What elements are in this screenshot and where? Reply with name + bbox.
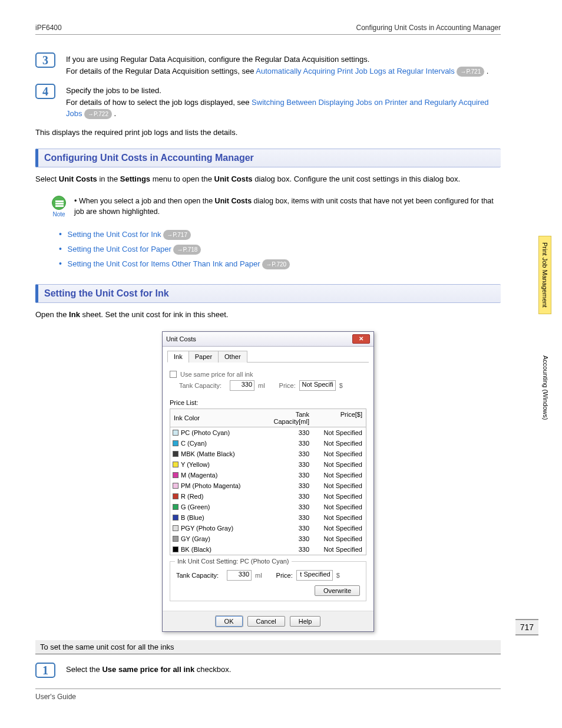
link-other[interactable]: Setting the Unit Cost for Items Other Th…: [68, 259, 260, 268]
input-price-bottom[interactable]: t Specified: [296, 570, 333, 581]
price-list-row[interactable]: Y (Yellow)330Not Specified: [170, 459, 366, 470]
footer-left: User's Guide: [35, 693, 76, 701]
checkbox-same-price[interactable]: [170, 371, 177, 378]
tab-paper[interactable]: Paper: [189, 351, 219, 363]
ink-capacity: 330: [260, 513, 313, 522]
page-ref-721[interactable]: →P.721: [457, 67, 484, 77]
t: Open the: [35, 310, 69, 319]
sidetab-accounting-windows[interactable]: Accounting (Windows): [538, 350, 551, 426]
price-list-row[interactable]: G (Green)330Not Specified: [170, 502, 366, 512]
col-tank-capacity[interactable]: Tank Capacity[ml]: [260, 409, 313, 427]
note-block: Note • When you select a job and then op…: [47, 196, 501, 218]
label-price: Price:: [279, 382, 296, 389]
ink-swatch-icon: [173, 472, 178, 478]
price-list-row[interactable]: M (Magenta)330Not Specified: [170, 470, 366, 480]
header-left: iPF6400: [35, 24, 62, 32]
page-ref-717[interactable]: →P.717: [163, 230, 191, 240]
price-list-row[interactable]: PC (Photo Cyan)330Not Specified: [170, 427, 366, 438]
ink-price: Not Specified: [313, 449, 366, 459]
currency-top: $: [339, 382, 343, 389]
ink-capacity: 330: [260, 534, 313, 543]
step-4: 4 Specify the jobs to be listed. For det…: [35, 84, 501, 120]
t: When you select a job and then open the: [79, 197, 215, 205]
step-number-4: 4: [35, 84, 55, 99]
ink-swatch-icon: [173, 515, 178, 521]
bullet-paper: • Setting the Unit Cost for Paper →P.718: [59, 243, 501, 255]
t: Ink: [69, 310, 80, 319]
section-configuring-unit-costs: Configuring Unit Costs in Accounting Man…: [35, 149, 501, 167]
ink-name: Y (Yellow): [181, 461, 210, 468]
step3-line2a: For details of the Regular Data Acquisit…: [66, 67, 256, 75]
ink-swatch-icon: [173, 546, 178, 552]
price-list-row[interactable]: BK (Black)330Not Specified: [170, 544, 366, 555]
price-list-row[interactable]: C (Cyan)330Not Specified: [170, 438, 366, 449]
ink-name: GY (Gray): [181, 535, 210, 542]
link-ink[interactable]: Setting the Unit Cost for Ink: [68, 230, 161, 239]
bullet-dot: •: [74, 197, 77, 205]
price-list-row[interactable]: PGY (Photo Gray)330Not Specified: [170, 523, 366, 533]
ink-name: C (Cyan): [181, 440, 207, 447]
ink-price: Not Specified: [313, 460, 366, 469]
ink-unit-cost-setting-group: Ink Unit Cost Setting: PC (Photo Cyan) T…: [170, 561, 366, 601]
ink-price: Not Specified: [313, 481, 366, 490]
dialog-title: Unit Costs: [166, 335, 196, 342]
col-price[interactable]: Price[$]: [313, 409, 366, 427]
ink-capacity: 330: [260, 449, 313, 459]
ink-capacity: 330: [260, 523, 313, 533]
ink-capacity: 330: [260, 502, 313, 512]
ink-swatch-icon: [173, 451, 178, 457]
col-ink-color[interactable]: Ink Color: [170, 409, 260, 427]
subhead-same-unit-cost: To set the same unit cost for all the in…: [35, 640, 501, 654]
after-step4-text: This displays the required print job log…: [35, 127, 501, 139]
step4-tail: .: [114, 109, 117, 118]
price-list-row[interactable]: PM (Photo Magenta)330Not Specified: [170, 480, 366, 491]
price-list-row[interactable]: R (Red)330Not Specified: [170, 491, 366, 502]
price-list[interactable]: PC (Photo Cyan)330Not SpecifiedC (Cyan)3…: [170, 427, 366, 555]
ink-name: M (Magenta): [181, 472, 217, 479]
t: menu to open the: [153, 174, 214, 183]
tab-other[interactable]: Other: [218, 351, 247, 363]
unit-costs-dialog: Unit Costs ✕ Ink Paper Other Use same pr…: [162, 331, 374, 632]
price-list-row[interactable]: B (Blue)330Not Specified: [170, 512, 366, 523]
ok-button[interactable]: OK: [216, 616, 243, 627]
step  step-1: 1 Select the Use same price for all ink …: [35, 663, 501, 678]
ink-price: Not Specified: [313, 534, 366, 543]
t: Select the: [66, 665, 102, 674]
cancel-button[interactable]: Cancel: [247, 616, 285, 627]
group-title: Ink Unit Cost Setting: PC (Photo Cyan): [175, 558, 292, 565]
unit-ml: ml: [258, 382, 265, 389]
link-paper[interactable]: Setting the Unit Cost for Paper: [68, 245, 171, 253]
section1-intro: Select Unit Costs in the Settings menu t…: [35, 173, 501, 185]
t: dialog box. Configure the unit cost sett…: [254, 174, 460, 183]
input-tank-capacity-top[interactable]: 330: [230, 380, 254, 391]
t: in the: [99, 174, 120, 183]
overwrite-button[interactable]: Overwrite: [315, 585, 360, 596]
ink-capacity: 330: [260, 481, 313, 490]
page-header: iPF6400 Configuring Unit Costs in Accoun…: [35, 24, 501, 35]
ink-swatch-icon: [173, 536, 178, 542]
help-button[interactable]: Help: [290, 616, 321, 627]
close-icon[interactable]: ✕: [352, 334, 370, 344]
step-3: 3 If you are using Regular Data Acquisit…: [35, 52, 501, 77]
step3-link[interactable]: Automatically Acquiring Print Job Logs a…: [256, 67, 454, 75]
section2-intro: Open the Ink sheet. Set the unit cost fo…: [35, 309, 501, 321]
t: checkbox.: [197, 665, 232, 674]
ink-capacity: 330: [260, 439, 313, 448]
bullet-dot: •: [59, 259, 62, 268]
input-tank-capacity-bottom[interactable]: 330: [227, 570, 252, 581]
price-list-row[interactable]: MBK (Matte Black)330Not Specified: [170, 449, 366, 459]
ink-capacity: 330: [260, 545, 313, 554]
note-label: Note: [47, 211, 71, 218]
page-ref-720[interactable]: →P.720: [262, 259, 290, 269]
price-list-row[interactable]: GY (Gray)330Not Specified: [170, 533, 366, 544]
t: Unit Costs: [214, 174, 253, 183]
ink-swatch-icon: [173, 483, 178, 489]
sidetab-print-job-management[interactable]: Print Job Management: [538, 236, 551, 314]
bullet-dot: •: [59, 244, 62, 253]
input-price-top[interactable]: Not Specifi: [299, 380, 336, 391]
page-ref-718[interactable]: →P.718: [173, 245, 201, 255]
t: Select: [35, 174, 59, 183]
page-ref-722[interactable]: →P.722: [84, 109, 112, 119]
ink-price: Not Specified: [313, 470, 366, 480]
tab-ink[interactable]: Ink: [167, 351, 189, 363]
